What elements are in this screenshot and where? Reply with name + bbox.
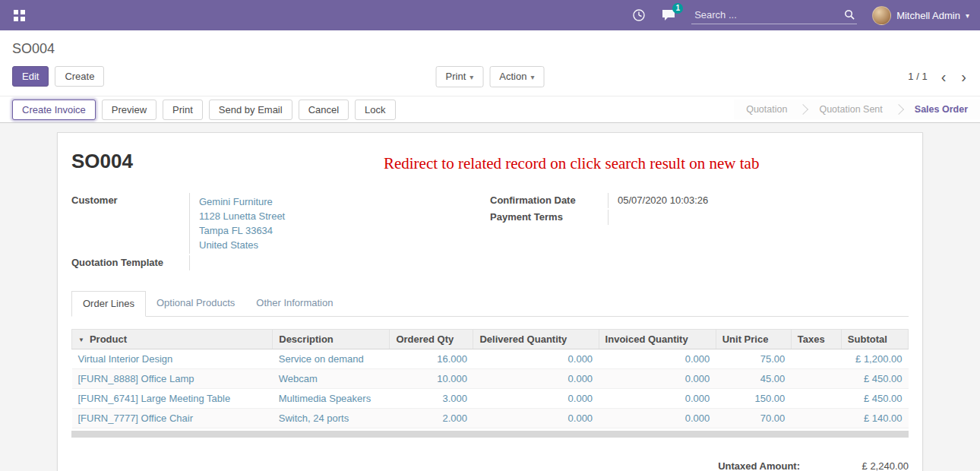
cell-product: [FURN_7777] Office Chair: [72, 409, 273, 428]
customer-label: Customer: [71, 193, 189, 254]
messages-badge: 1: [672, 3, 683, 14]
create-button[interactable]: Create: [55, 66, 104, 87]
column-header-description[interactable]: Description: [273, 330, 390, 349]
send-by-email-button[interactable]: Send by Email: [209, 100, 292, 120]
cell-invoiced-qty: 0.000: [599, 369, 716, 389]
column-header-ordered-qty[interactable]: Ordered Qty: [390, 330, 473, 349]
caret-down-icon: ▾: [966, 11, 969, 20]
table-row[interactable]: Virtual Interior Design Service on deman…: [72, 349, 909, 369]
column-header-invoiced-quantity[interactable]: Invoiced Quantity: [599, 330, 716, 349]
cell-taxes: [791, 369, 841, 389]
pager-previous-icon[interactable]: ‹: [940, 71, 948, 83]
cell-product: [FURN_6741] Large Meeting Table: [72, 389, 273, 409]
cell-delivered-qty: 0.000: [473, 389, 599, 409]
pager: 1 / 1 ‹ ›: [908, 71, 968, 83]
right-field-group: Confirmation Date 05/07/2020 10:03:26 Pa…: [490, 193, 909, 272]
cell-unit-price: 150.00: [716, 389, 791, 409]
cell-taxes: [791, 349, 841, 369]
column-header-unit-price[interactable]: Unit Price: [716, 330, 791, 349]
edit-button[interactable]: Edit: [12, 66, 49, 87]
payment-terms-value: [608, 210, 878, 225]
status-pipeline: Quotation Quotation Sent Sales Order: [734, 100, 980, 119]
cell-subtotal: £ 450.00: [841, 389, 908, 409]
search-input[interactable]: [693, 8, 844, 21]
cell-delivered-qty: 0.000: [473, 409, 599, 428]
search-icon[interactable]: [844, 9, 855, 21]
status-step-quotation[interactable]: Quotation: [734, 100, 787, 119]
cell-invoiced-qty: 0.000: [599, 349, 716, 369]
left-field-group: Customer Gemini Furniture 1128 Lunetta S…: [71, 193, 490, 272]
caret-down-icon: ▾: [530, 73, 534, 81]
quotation-template-label: Quotation Template: [71, 255, 189, 270]
cell-ordered-qty: 16.000: [390, 349, 473, 369]
column-header-delivered-quantity[interactable]: Delivered Quantity: [473, 330, 599, 349]
customer-city: Tampa FL 33634: [199, 223, 460, 238]
cell-subtotal: £ 140.00: [841, 409, 908, 428]
table-scrollbar[interactable]: [71, 431, 909, 438]
cancel-button[interactable]: Cancel: [299, 100, 349, 120]
create-invoice-button[interactable]: Create Invoice: [12, 100, 96, 120]
tab-optional-products[interactable]: Optional Products: [146, 291, 245, 317]
cell-product: [FURN_8888] Office Lamp: [72, 369, 273, 389]
untaxed-amount-label: Untaxed Amount:: [718, 460, 800, 471]
table-row[interactable]: [FURN_7777] Office Chair Switch, 24 port…: [72, 409, 909, 428]
print-dropdown-button[interactable]: Print▾: [436, 66, 484, 87]
annotation-note: Redirect to related record on click sear…: [384, 154, 759, 173]
untaxed-amount-value: £ 2,240.00: [836, 460, 909, 471]
breadcrumb-title: SO004: [12, 41, 55, 56]
cell-invoiced-qty: 0.000: [599, 389, 716, 409]
top-navbar: 1 Mitchell Admin ▾: [0, 0, 980, 30]
notebook-tabs: Order Lines Optional Products Other Info…: [71, 290, 909, 317]
breadcrumb: SO004: [0, 30, 980, 60]
pager-count: 1 / 1: [908, 71, 927, 82]
customer-value[interactable]: Gemini Furniture 1128 Lunetta Street Tam…: [189, 193, 460, 254]
customer-street: 1128 Lunetta Street: [199, 209, 460, 223]
cell-taxes: [791, 409, 841, 428]
print-button[interactable]: Print: [163, 100, 203, 120]
customer-country: United States: [199, 238, 460, 252]
status-step-quotation-sent[interactable]: Quotation Sent: [787, 100, 882, 119]
cell-product: Virtual Interior Design: [72, 349, 273, 369]
cell-ordered-qty: 3.000: [390, 389, 473, 409]
column-header-taxes[interactable]: Taxes: [791, 330, 841, 349]
order-lines-table: ▼Product Description Ordered Qty Deliver…: [71, 329, 909, 428]
confirmation-date-value: 05/07/2020 10:03:26: [608, 193, 878, 208]
cell-unit-price: 70.00: [716, 409, 791, 428]
column-header-subtotal[interactable]: Subtotal: [841, 330, 908, 349]
preview-button[interactable]: Preview: [102, 100, 156, 120]
cell-description: Webcam: [273, 369, 390, 389]
user-name: Mitchell Admin: [896, 10, 960, 21]
action-dropdown-button[interactable]: Action▾: [489, 66, 544, 87]
messages-icon[interactable]: 1: [661, 8, 676, 22]
table-row[interactable]: [FURN_8888] Office Lamp Webcam 10.000 0.…: [72, 369, 909, 389]
tab-other-information[interactable]: Other Information: [245, 291, 343, 317]
cell-description: Multimedia Speakers: [273, 389, 390, 409]
apps-menu-icon[interactable]: [11, 7, 28, 24]
cell-description: Service on demand: [273, 349, 390, 369]
avatar: [872, 6, 891, 25]
cell-unit-price: 45.00: [716, 369, 791, 389]
statusbar: Create Invoice Preview Print Send by Ema…: [0, 96, 980, 123]
cell-taxes: [791, 389, 841, 409]
grid-icon: [14, 10, 25, 21]
record-title: SO004: [71, 150, 133, 173]
table-header-row: ▼Product Description Ordered Qty Deliver…: [72, 330, 909, 349]
column-header-product[interactable]: ▼Product: [72, 330, 273, 349]
cell-unit-price: 75.00: [716, 349, 791, 369]
control-panel: Edit Create Print▾ Action▾ 1 / 1 ‹ ›: [0, 60, 980, 96]
cell-ordered-qty: 2.000: [390, 409, 473, 428]
caret-down-icon: ▾: [469, 73, 473, 81]
tab-order-lines[interactable]: Order Lines: [71, 291, 146, 317]
print-label: Print: [446, 71, 466, 82]
lock-button[interactable]: Lock: [355, 100, 395, 120]
activities-clock-icon[interactable]: [632, 8, 646, 22]
user-menu[interactable]: Mitchell Admin ▾: [872, 6, 969, 25]
product-header-label: Product: [90, 333, 127, 345]
cell-subtotal: £ 450.00: [841, 369, 908, 389]
status-step-sales-order[interactable]: Sales Order: [883, 100, 968, 119]
pager-next-icon[interactable]: ›: [959, 71, 968, 83]
table-row[interactable]: [FURN_6741] Large Meeting Table Multimed…: [72, 389, 909, 409]
quotation-template-value: [189, 255, 460, 270]
cell-description: Switch, 24 ports: [273, 409, 390, 428]
form-sheet: SO004 Redirect to related record on clic…: [57, 132, 923, 471]
